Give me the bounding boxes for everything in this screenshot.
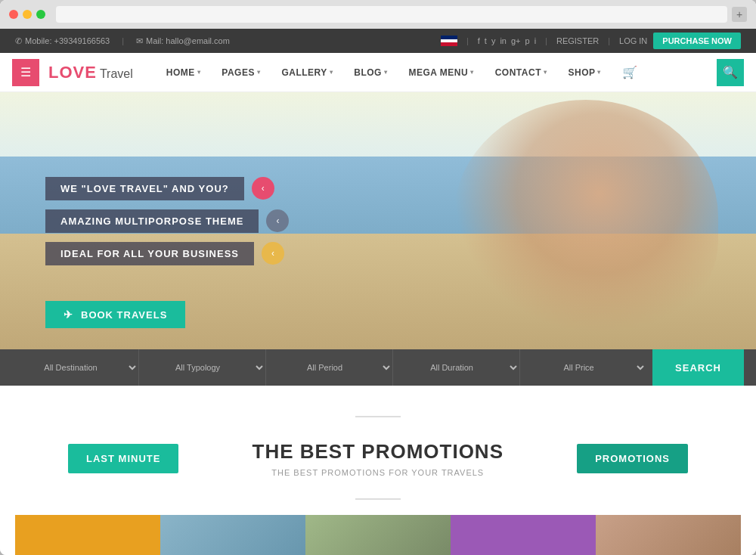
phone-text: Mobile: +39349166563 [25, 36, 110, 45]
new-tab-button[interactable]: + [732, 7, 747, 22]
nav-label-pages: PAGES [222, 67, 255, 78]
nav-item-pages: PAGES ▾ [211, 53, 271, 92]
nav-link-contact[interactable]: CONTACT ▾ [485, 53, 558, 92]
social-icons: f t y in g+ p i [478, 36, 536, 45]
card-photo3[interactable] [596, 515, 741, 555]
phone-info: Mobile: +39349166563 [15, 36, 110, 46]
mail-icon [136, 36, 143, 46]
slide-3-text: IDEAL FOR ALL YOUR BUSINESS [45, 242, 254, 265]
social-facebook[interactable]: f [478, 36, 480, 45]
slide-3: IDEAL FOR ALL YOUR BUSINESS ‹ [45, 242, 756, 265]
promotions-section: LAST MINUTE THE BEST PROMOTIONS THE BEST… [0, 386, 756, 555]
nav-arrow-contact: ▾ [544, 69, 547, 76]
social-youtube[interactable]: y [491, 36, 496, 45]
price-select[interactable]: All Price [520, 349, 646, 386]
nav-item-contact: CONTACT ▾ [485, 53, 558, 92]
nav-item-cart: 🛒 [612, 53, 649, 92]
cart-icon: 🛒 [622, 65, 638, 79]
nav-label-blog: BLOG [354, 67, 382, 78]
nav-label-contact: CONTACT [495, 67, 541, 78]
nav-label-megamenu: MEGA MENU [408, 67, 468, 78]
nav-link-blog[interactable]: BLOG ▾ [343, 53, 398, 92]
cards-row [15, 515, 741, 555]
search-bar: All Destination All Typology All Period … [0, 349, 756, 386]
divider-bar: | [122, 36, 124, 45]
book-btn-wrap: ✈ BOOK TRAVELS [45, 301, 185, 328]
divider3: | [608, 36, 610, 45]
card-purple[interactable] [451, 515, 596, 555]
nav-label-home: HOME [166, 67, 195, 78]
hamburger-icon: ☰ [20, 65, 31, 79]
nav-link-shop[interactable]: SHOP ▾ [557, 53, 612, 92]
slide-2-text: AMAZING MULTIPORPOSE THEME [45, 209, 259, 233]
phone-icon [15, 36, 22, 46]
logo-travel: Travel [100, 67, 133, 81]
slide-3-arrow[interactable]: ‹ [262, 242, 284, 265]
minimize-dot[interactable] [23, 10, 32, 19]
slide-2-arrow[interactable]: ‹ [266, 209, 289, 232]
top-bar: Mobile: +39349166563 | Mail: hallo@email… [0, 29, 756, 53]
nav-link-home[interactable]: HOME ▾ [156, 53, 212, 92]
promo-bottom-divider [355, 498, 401, 500]
purchase-button[interactable]: PURCHASE NOW [653, 33, 741, 49]
promo-sub-title: THE BEST PROMOTIONS FOR YOUR TRAVELS [253, 468, 503, 477]
period-select[interactable]: All Period [266, 349, 393, 386]
destination-select[interactable]: All Destination [12, 349, 139, 386]
nav-label-shop: SHOP [568, 67, 595, 78]
nav-link-cart[interactable]: 🛒 [612, 53, 649, 92]
hero-section: WE "LOVE TRAVEL" AND YOU? ‹ AMAZING MULT… [0, 92, 756, 349]
book-travels-button[interactable]: ✈ BOOK TRAVELS [45, 301, 185, 328]
nav-arrow-home: ▾ [197, 69, 201, 76]
nav-link-pages[interactable]: PAGES ▾ [211, 53, 271, 92]
login-link[interactable]: LOG IN [619, 36, 647, 45]
nav-arrow-gallery: ▾ [330, 69, 333, 76]
social-twitter[interactable]: t [485, 36, 487, 45]
flag-uk [441, 36, 457, 46]
card-photo1[interactable] [160, 515, 305, 555]
book-icon: ✈ [64, 309, 73, 321]
nav-label-gallery: GALLERY [281, 67, 327, 78]
logo-love: LOVE [48, 63, 97, 82]
browser-chrome: + [0, 0, 756, 29]
promo-main-title: THE BEST PROMOTIONS [253, 440, 503, 464]
nav-item-gallery: GALLERY ▾ [271, 53, 343, 92]
site-content: Mobile: +39349166563 | Mail: hallo@email… [0, 29, 756, 555]
slide-1-arrow[interactable]: ‹ [252, 177, 274, 200]
duration-select[interactable]: All Duration [393, 349, 520, 386]
nav-item-megamenu: MEGA MENU ▾ [398, 53, 484, 92]
logo[interactable]: LOVE Travel [48, 63, 133, 82]
register-link[interactable]: REGISTER [556, 36, 599, 45]
url-bar[interactable] [56, 6, 727, 23]
social-gplus[interactable]: g+ [511, 36, 521, 45]
card-orange[interactable] [15, 515, 160, 555]
social-instagram[interactable]: i [534, 36, 536, 45]
promotions-button[interactable]: PROMOTIONS [577, 444, 688, 473]
social-pinterest[interactable]: p [525, 36, 530, 45]
book-label: BOOK TRAVELS [81, 309, 167, 321]
mail-text: Mail: hallo@email.com [146, 36, 230, 45]
maximize-dot[interactable] [36, 10, 45, 19]
top-bar-right: | f t y in g+ p i | REGISTER | LOG IN PU… [441, 33, 741, 49]
nav-link-gallery[interactable]: GALLERY ▾ [271, 53, 343, 92]
browser-window: + Mobile: +39349166563 | Mail: hallo@ema… [0, 0, 756, 555]
hamburger-button[interactable]: ☰ [12, 59, 39, 86]
typology-select[interactable]: All Typology [139, 349, 266, 386]
promo-top-divider [355, 416, 401, 417]
nav-arrow-pages: ▾ [257, 69, 261, 76]
top-bar-left: Mobile: +39349166563 | Mail: hallo@email… [15, 36, 230, 46]
divider2: | [545, 36, 547, 45]
nav-link-megamenu[interactable]: MEGA MENU ▾ [398, 53, 484, 92]
promo-header: LAST MINUTE THE BEST PROMOTIONS THE BEST… [68, 440, 688, 477]
mail-info: Mail: hallo@email.com [136, 36, 230, 46]
nav-menu: HOME ▾ PAGES ▾ GALLERY ▾ [156, 53, 717, 92]
card-photo2[interactable] [305, 515, 451, 555]
slide-2: AMAZING MULTIPORPOSE THEME ‹ [45, 209, 756, 233]
search-button[interactable]: SEARCH [652, 349, 744, 386]
last-minute-button[interactable]: LAST MINUTE [68, 444, 178, 473]
nav-arrow-blog: ▾ [384, 69, 388, 76]
social-linkedin[interactable]: in [500, 36, 507, 45]
close-dot[interactable] [9, 10, 18, 19]
divider1: | [466, 36, 469, 45]
nav-search-button[interactable]: 🔍 [717, 59, 744, 86]
main-nav: ☰ LOVE Travel HOME ▾ PAGES ▾ [0, 53, 756, 92]
